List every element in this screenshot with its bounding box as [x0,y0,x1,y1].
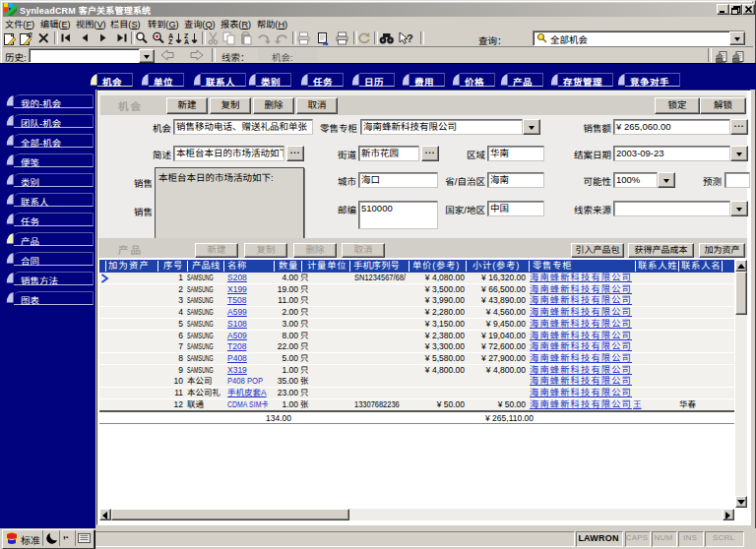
svg-text:Z: Z [168,38,173,45]
svg-text:A: A [184,38,189,45]
svg-text:2: 2 [29,31,32,38]
svg-text:?: ? [407,32,413,44]
